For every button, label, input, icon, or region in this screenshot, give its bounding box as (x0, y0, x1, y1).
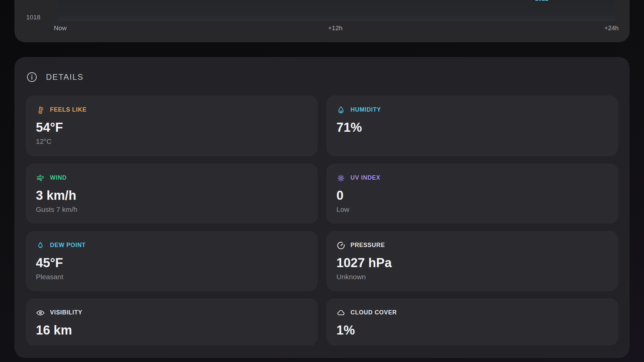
metric-label: CLOUD COVER (351, 310, 397, 316)
metric-subtitle: 12°C (36, 137, 308, 146)
details-title: DETAILS (46, 73, 84, 81)
metric-card-visibility: VISIBILITY 16 km (26, 298, 318, 346)
details-section: DETAILS FEELS LIKE 54°F 12°C (14, 57, 630, 358)
metric-card-uv-index: UV INDEX 0 Low (326, 164, 618, 224)
pressure-axis-y-label: 1018 (26, 14, 43, 21)
metric-value: 54°F (36, 120, 308, 135)
gauge-icon (336, 241, 345, 250)
metric-label: PRESSURE (351, 242, 385, 248)
metric-value: 1027 hPa (336, 255, 608, 271)
pressure-axis-x: Now +12h +24h (58, 25, 615, 34)
metric-value: 45°F (36, 255, 308, 271)
details-metrics-grid: FEELS LIKE 54°F 12°C HUMIDITY 71% (26, 96, 618, 346)
metric-card-feels-like: FEELS LIKE 54°F 12°C (26, 96, 318, 156)
metric-value: 0 (336, 188, 608, 203)
metric-label: HUMIDITY (351, 107, 381, 113)
sun-icon (336, 174, 345, 183)
metric-value: 16 km (36, 323, 308, 338)
metric-value: 71% (336, 120, 608, 135)
metric-subtitle: Pleasant (36, 272, 308, 282)
metric-label: VISIBILITY (50, 310, 82, 316)
droplet-icon (36, 241, 45, 250)
details-header: DETAILS (26, 71, 84, 83)
x-tick-12h: +12h (328, 25, 342, 32)
metric-card-pressure: PRESSURE 1027 hPa Unknown (326, 231, 618, 291)
metric-subtitle: Unknown (336, 272, 608, 282)
pressure-chart-plot[interactable]: 1022 (58, 0, 615, 21)
pressure-chart-card: 1022 1018 Now +12h +24h (14, 0, 630, 42)
metric-subtitle: Gusts 7 km/h (36, 205, 308, 214)
cloud-icon (336, 308, 345, 317)
humidity-drop-icon (336, 106, 345, 115)
metric-card-wind: WIND 3 km/h Gusts 7 km/h (26, 164, 318, 224)
x-tick-24h: +24h (604, 25, 619, 32)
thermometer-icon (36, 106, 45, 115)
metric-label: FEELS LIKE (50, 107, 87, 113)
metric-card-humidity: HUMIDITY 71% (326, 96, 618, 156)
metric-label: DEW POINT (50, 242, 86, 248)
eye-icon (36, 308, 45, 317)
info-icon (26, 72, 37, 82)
metric-card-dew-point: DEW POINT 45°F Pleasant (26, 231, 318, 291)
wind-icon (36, 174, 45, 183)
metric-card-cloud-cover: CLOUD COVER 1% (326, 298, 618, 346)
x-tick-now: Now (54, 25, 67, 32)
metric-value: 3 km/h (36, 188, 308, 203)
pressure-peak-label: 1022 (535, 0, 548, 2)
metric-label: UV INDEX (351, 175, 380, 181)
metric-label: WIND (50, 175, 67, 181)
metric-subtitle: Low (336, 205, 608, 214)
metric-value: 1% (336, 323, 608, 338)
